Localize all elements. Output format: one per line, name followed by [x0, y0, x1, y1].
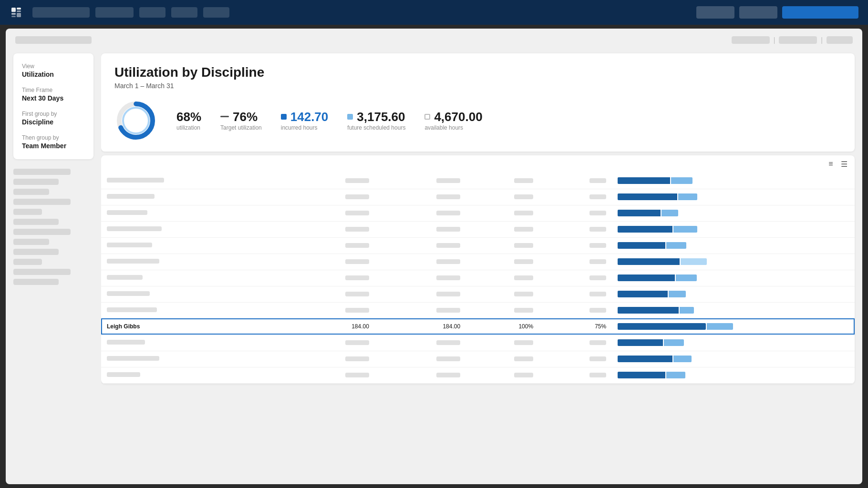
timeframe-value[interactable]: Next 30 Days [22, 94, 85, 102]
chart-subtitle: March 1 – March 31 [114, 82, 841, 90]
nav-item-2[interactable] [95, 7, 134, 18]
thengroup-label: Then group by [22, 134, 85, 141]
future-value: 3,175.60 [357, 111, 405, 123]
table-row[interactable] [101, 189, 855, 205]
nav-button-1[interactable] [696, 6, 734, 19]
table-row[interactable] [101, 237, 855, 254]
available-value: 4,670.00 [434, 111, 482, 123]
chart-title: Utilization by Discipline [114, 65, 841, 80]
future-indicator-square [347, 114, 353, 120]
sidebar-nav-item-12[interactable] [13, 279, 59, 285]
sidebar-firstgroup-section: First group by Discipline [22, 111, 85, 126]
breadcrumb[interactable] [15, 36, 92, 44]
svg-rect-4 [11, 16, 16, 17]
stat-utilization: 68% utilization [176, 111, 201, 131]
sidebar-nav [13, 165, 93, 289]
sidebar-nav-item-7[interactable] [13, 229, 71, 235]
nav-pills-left [32, 7, 687, 18]
nav-item-1[interactable] [32, 7, 90, 18]
sidebar-filters-card: View Utilization Time Frame Next 30 Days… [13, 53, 93, 159]
view-toggle-2[interactable] [779, 36, 817, 44]
utilization-pct: 68% [176, 111, 201, 123]
content-layout: View Utilization Time Frame Next 30 Days… [6, 48, 862, 480]
svg-rect-5 [17, 13, 21, 17]
sidebar-timeframe-section: Time Frame Next 30 Days [22, 87, 85, 102]
table-row[interactable] [101, 270, 855, 286]
table-row[interactable] [101, 221, 855, 237]
table-row[interactable] [101, 173, 855, 189]
sidebar-nav-item-10[interactable] [13, 259, 42, 265]
stats-row: 68% utilization 76% Target utilization [114, 99, 841, 142]
svg-rect-3 [11, 13, 16, 15]
nav-item-5[interactable] [203, 7, 229, 18]
compact-view-icon[interactable]: ≡ [826, 159, 836, 169]
thengroup-value[interactable]: Team Member [22, 142, 85, 150]
nav-pills-right [696, 6, 858, 19]
donut-chart [114, 99, 157, 142]
incurred-indicator: 142.70 [281, 111, 329, 123]
highlighted-table-row[interactable]: Leigh Gibbs 184.00 184.00 100% 75% [101, 318, 855, 335]
row-col4: 75% [539, 318, 612, 335]
svg-point-8 [123, 108, 149, 133]
stat-available: 4,670.00 available hours [424, 111, 482, 131]
table-row[interactable] [101, 335, 855, 351]
svg-rect-0 [11, 8, 16, 12]
sidebar-nav-item-11[interactable] [13, 269, 71, 275]
table-row[interactable] [101, 254, 855, 270]
sidebar: View Utilization Time Frame Next 30 Days… [6, 48, 101, 480]
sidebar-nav-item-8[interactable] [13, 239, 49, 245]
incurred-value: 142.70 [290, 111, 329, 123]
sidebar-thengroup-section: Then group by Team Member [22, 134, 85, 150]
utilization-label: utilization [176, 124, 201, 131]
row-col1: 184.00 [284, 318, 375, 335]
nav-button-primary[interactable] [782, 6, 858, 19]
table-wrapper: ≡ ☰ [101, 155, 855, 384]
nav-item-4[interactable] [171, 7, 197, 18]
sidebar-nav-item-9[interactable] [13, 249, 59, 255]
divider-2: | [821, 36, 823, 44]
row-name: Leigh Gibbs [101, 318, 284, 335]
table-row[interactable] [101, 367, 855, 383]
sidebar-nav-item-2[interactable] [13, 179, 59, 185]
table-row[interactable] [101, 286, 855, 302]
data-table: Leigh Gibbs 184.00 184.00 100% 75% [101, 173, 855, 384]
view-toggle-3[interactable] [827, 36, 853, 44]
target-indicator: 76% [220, 111, 262, 123]
row-col2: 184.00 [375, 318, 466, 335]
nav-button-2[interactable] [739, 6, 777, 19]
svg-rect-2 [17, 10, 21, 12]
stat-future: 3,175.60 future scheduled hours [347, 111, 405, 131]
view-toggle-1[interactable] [732, 36, 770, 44]
table-row[interactable] [101, 351, 855, 367]
chart-summary-card: Utilization by Discipline March 1 – Marc… [101, 53, 855, 152]
table-row[interactable] [101, 205, 855, 221]
divider-1: | [774, 36, 775, 44]
table-toolbar: ≡ ☰ [101, 155, 855, 173]
firstgroup-value[interactable]: Discipline [22, 118, 85, 126]
table-row[interactable] [101, 302, 855, 318]
sidebar-nav-item-5[interactable] [13, 209, 42, 215]
incurred-indicator-square [281, 114, 287, 120]
app-logo [10, 6, 23, 19]
stat-target: 76% Target utilization [220, 111, 262, 131]
view-label: View [22, 63, 85, 70]
timeframe-label: Time Frame [22, 87, 85, 93]
sidebar-nav-item-1[interactable] [13, 169, 71, 175]
list-view-icon[interactable]: ☰ [839, 159, 849, 169]
available-indicator-square [424, 114, 430, 120]
main-content: Utilization by Discipline March 1 – Marc… [101, 48, 862, 480]
firstgroup-label: First group by [22, 111, 85, 117]
sidebar-nav-item-3[interactable] [13, 189, 49, 195]
view-value[interactable]: Utilization [22, 71, 85, 78]
breadcrumb-row: | | [6, 29, 862, 48]
main-area: | | View Utilization Time Frame Next 30 … [6, 29, 862, 484]
target-indicator-line [220, 116, 229, 117]
sidebar-nav-item-4[interactable] [13, 199, 71, 205]
sidebar-nav-item-6[interactable] [13, 219, 59, 225]
row-col3: 100% [466, 318, 539, 335]
nav-bar [0, 0, 868, 25]
nav-item-3[interactable] [139, 7, 165, 18]
future-label: future scheduled hours [347, 124, 405, 131]
available-label: available hours [424, 124, 482, 131]
target-pct: 76% [233, 111, 258, 123]
